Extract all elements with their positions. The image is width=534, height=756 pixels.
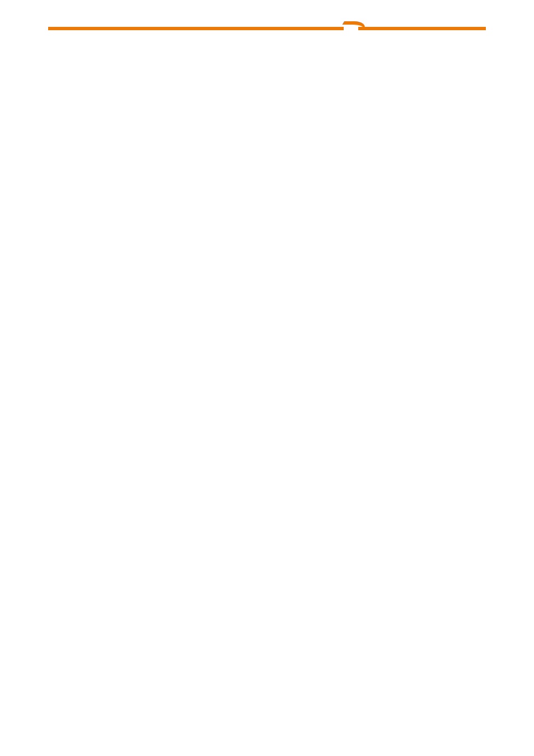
page: When changing over into the operating mo… bbox=[0, 0, 534, 36]
header-rule-left bbox=[48, 27, 344, 30]
header-rule-right bbox=[358, 27, 486, 30]
header-bar bbox=[0, 0, 534, 36]
